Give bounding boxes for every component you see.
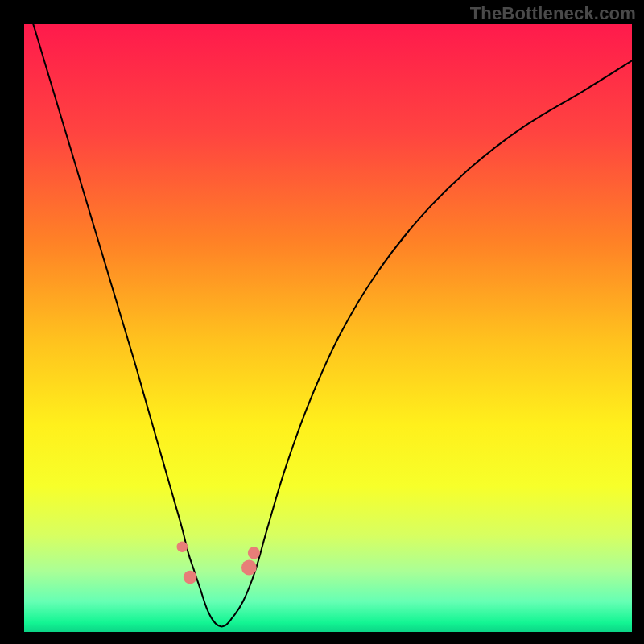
curve-marker-dot — [248, 547, 260, 559]
curve-marker-pill — [239, 577, 246, 594]
watermark-text: TheBottleneck.com — [470, 3, 636, 24]
curve-marker-dot — [242, 560, 257, 576]
chart-area — [24, 24, 632, 632]
chart-curve-layer — [24, 24, 632, 632]
curve-marker-pill — [197, 601, 204, 617]
bottleneck-curve — [24, 24, 632, 626]
curve-marker-dot — [177, 542, 188, 553]
curve-marker-dot — [184, 571, 197, 584]
